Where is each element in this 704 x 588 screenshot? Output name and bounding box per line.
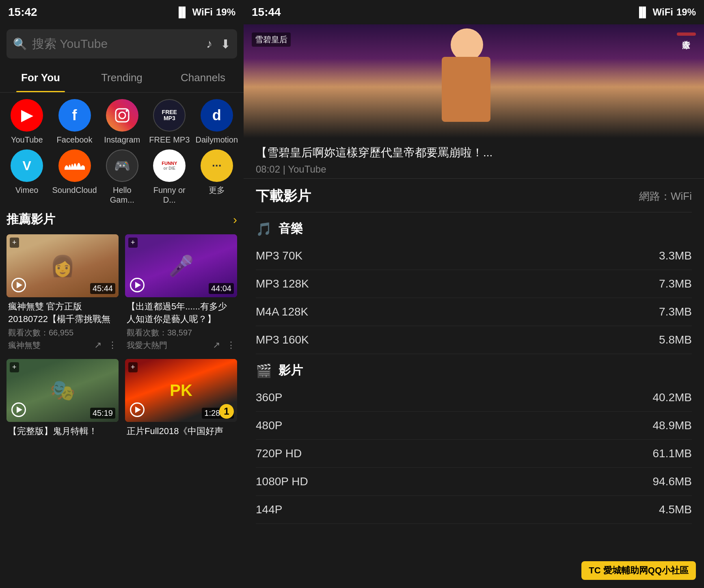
community-badge[interactable]: TC 愛城輔助网QQ小社區 [581,561,696,580]
recommended-header: 推薦影片 › [6,211,237,228]
shortcuts-section: ▶ YouTube f Facebook Instagram [0,93,244,211]
tab-trending[interactable]: Trending [81,63,162,92]
shortcut-dailymotion-label: Dailymotion [196,135,238,145]
video-main-title: 【雪碧皇后啊妳這樣穿歷代皇帝都要罵崩啦！... [256,145,692,160]
hellogame-icon: 🎮 [106,149,138,182]
shortcut-dailymotion[interactable]: d Dailymotion [195,99,239,145]
plus-badge-3: + [10,362,19,372]
video-thumb-1: 👩 + 45:44 [6,234,119,297]
video-views-2: 觀看次數：38,597 [127,327,235,338]
360p-row[interactable]: 360P 40.2MB [256,384,692,412]
m4a-128k-format: M4A 128K [256,305,308,318]
download-title: 下載影片 [256,187,311,205]
video-card-1[interactable]: 👩 + 45:44 瘋神無雙 官方正版 20180722【楊千霈挑戰無 觀看次數… [6,234,119,352]
720p-format: 720P HD [256,447,302,460]
video-title-3: 【完整版】鬼月特輯！ [8,425,117,438]
mp3-70k-row[interactable]: MP3 70K 3.3MB [256,242,692,270]
play-button-4[interactable] [130,402,145,417]
video-camera-icon: 🎬 [256,363,272,378]
shortcut-facebook-label: Facebook [57,135,93,145]
left-status-icons: ▐▌ WiFi 19% [175,6,236,18]
720p-size: 61.1MB [653,447,692,460]
more-options-icon-1[interactable]: ⋮ [108,340,117,350]
shortcut-funnyordie-label: Funny or D... [147,185,191,205]
more-options-icon-2[interactable]: ⋮ [227,340,235,350]
wifi-icon: WiFi [192,6,213,18]
tab-channels[interactable]: Channels [162,63,244,92]
video-actions-2: 我愛大熱門 ↗ ⋮ [127,340,235,351]
download-network: 網路：WiFi [639,189,692,203]
music-icon: 🎵 [256,221,272,237]
right-wifi-icon: WiFi [653,6,673,18]
shortcut-instagram-label: Instagram [104,135,140,145]
video-thumbnail [244,24,704,138]
144p-row[interactable]: 144P 4.5MB [256,496,692,524]
download-header: 下載影片 網路：WiFi [256,179,692,212]
shortcut-funnyordie[interactable]: FUNNY or DIE Funny or D... [147,149,191,205]
480p-row[interactable]: 480P 48.9MB [256,412,692,440]
shortcut-more[interactable]: ··· 更多 [195,149,239,205]
tab-for-you[interactable]: For You [0,63,81,92]
svg-point-1 [119,112,125,119]
left-time: 15:42 [8,6,37,19]
recommended-section: 推薦影片 › 👩 + 45:44 [0,211,244,588]
mp3-128k-size: 7.3MB [659,277,692,290]
play-button-1[interactable] [11,278,26,292]
mp3-160k-row[interactable]: MP3 160K 5.8MB [256,326,692,354]
1080p-size: 94.6MB [653,475,692,488]
video-info-4: 正片Full2018《中国好声 [125,422,237,441]
play-button-2[interactable] [130,278,145,292]
shortcut-youtube[interactable]: ▶ YouTube [5,99,49,145]
shortcut-hellogame[interactable]: 🎮 Hello Gam... [100,149,144,205]
video-duration-platform: 08:02 | YouTube [256,164,692,175]
360p-size: 40.2MB [653,391,692,404]
recommended-more-button[interactable]: › [233,213,237,227]
mp3-70k-format: MP3 70K [256,249,302,262]
shortcut-vimeo-label: Vimeo [15,185,38,195]
video-section-header: 🎬 影片 [256,354,692,384]
tabs-bar: For You Trending Channels [0,63,244,93]
play-button-3[interactable] [11,402,26,417]
share-icon-2[interactable]: ↗ [213,340,220,350]
video-action-icons-1: ↗ ⋮ [94,340,117,350]
1080p-row[interactable]: 1080P HD 94.6MB [256,468,692,496]
shortcut-soundcloud[interactable]: SoundCloud [52,149,97,205]
music-identify-button[interactable]: ♪ [206,37,212,51]
video-card-4[interactable]: PK + 1:28:56 1 正片Full2018《中国好声 [125,359,237,441]
mp3-128k-row[interactable]: MP3 128K 7.3MB [256,270,692,298]
more-icon: ··· [201,149,233,182]
music-items: MP3 70K 3.3MB MP3 128K 7.3MB M4A 128K 7.… [256,242,692,354]
search-bar[interactable]: 🔍 ♪ ⬇ [6,29,237,58]
video-card-2[interactable]: 🎤 + 44:04 【出道都過5年......有多少人知道你是藝人呢？】 觀看次… [125,234,237,352]
video-player[interactable]: 雪碧皇后 這些泳衣 [244,24,704,138]
shortcuts-grid: ▶ YouTube f Facebook Instagram [5,99,239,205]
video-duration-3: 45:19 [90,408,115,419]
1080p-format: 1080P HD [256,475,308,488]
shortcut-facebook[interactable]: f Facebook [52,99,97,145]
download-button[interactable]: ⬇ [220,37,231,51]
720p-row[interactable]: 720P HD 61.1MB [256,440,692,468]
search-input[interactable] [32,37,201,51]
plus-badge-2: + [128,238,138,248]
video-card-3[interactable]: 🎭 + 45:19 【完整版】鬼月特輯！ [6,359,119,441]
plus-badge-1: + [10,238,19,248]
mp3-160k-format: MP3 160K [256,333,309,346]
right-panel: 15:44 ▐▌ WiFi 19% 雪碧皇后 這些泳衣 【雪碧皇后啊妳這樣穿歷代… [244,0,704,588]
480p-size: 48.9MB [653,419,692,432]
shortcut-soundcloud-label: SoundCloud [52,185,97,195]
mp3-70k-size: 3.3MB [659,249,692,262]
m4a-128k-row[interactable]: M4A 128K 7.3MB [256,298,692,326]
144p-size: 4.5MB [659,503,692,516]
shortcut-freemp3[interactable]: FREE MP3 FREE MP3 [147,99,191,145]
svg-point-2 [125,110,127,112]
video-title-1: 瘋神無雙 官方正版 20180722【楊千霈挑戰無 [8,300,117,326]
shortcut-vimeo[interactable]: V Vimeo [5,149,49,205]
shortcut-instagram[interactable]: Instagram [100,99,144,145]
video-views-1: 觀看次數：66,955 [8,327,117,338]
youtube-icon: ▶ [11,99,43,132]
shortcut-freemp3-label: FREE MP3 [149,135,190,145]
m4a-128k-size: 7.3MB [659,305,692,318]
share-icon-1[interactable]: ↗ [94,340,101,350]
video-info-3: 【完整版】鬼月特輯！ [6,422,119,441]
video-thumb-2: 🎤 + 44:04 [125,234,237,297]
